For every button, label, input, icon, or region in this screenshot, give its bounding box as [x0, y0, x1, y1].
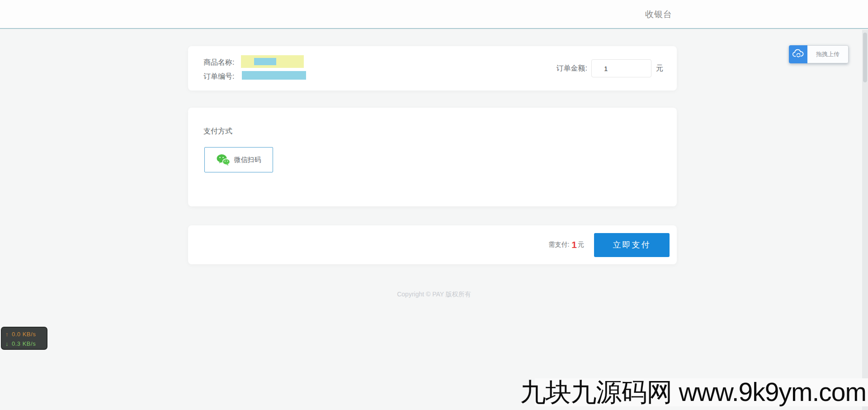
payment-methods-title: 支付方式 — [203, 127, 232, 136]
pay-due-amount: 1 — [571, 239, 577, 250]
order-amount-group: 订单金额: 元 — [557, 46, 663, 91]
pay-due-currency: 元 — [578, 241, 584, 249]
order-amount-input[interactable] — [591, 59, 651, 77]
drag-upload-widget[interactable]: 拖拽上传 — [789, 45, 849, 63]
drag-upload-label: 拖拽上传 — [807, 45, 849, 63]
product-name-redaction — [254, 58, 276, 65]
cloud-sync-icon — [793, 49, 804, 60]
product-name-label: 商品名称: — [203, 58, 234, 67]
download-arrow-icon: ↓ — [5, 339, 12, 348]
order-amount-label: 订单金额: — [557, 64, 587, 73]
page-title: 收银台 — [645, 0, 672, 29]
watermark-band: 九块九源码网 www.9k9ym.com — [535, 378, 868, 406]
currency-label: 元 — [656, 64, 663, 73]
download-speed-value: 0.3 KB/s — [12, 340, 36, 347]
payment-method-wechat-button[interactable]: 微信扫码 — [204, 147, 273, 172]
order-number-redaction — [242, 71, 306, 80]
footer-copyright: Copyright © PAY 版权所有 — [0, 291, 868, 299]
pay-now-button[interactable]: 立即支付 — [594, 233, 670, 257]
upload-speed-row: ↑0.0 KB/s — [5, 329, 47, 339]
checkout-bar-card: 需支付: 1 元 立即支付 — [188, 225, 677, 264]
checkout-bar-content: 需支付: 1 元 立即支付 — [548, 225, 670, 264]
header: 收银台 — [0, 0, 868, 29]
upload-icon-box — [789, 45, 807, 63]
payment-methods-card: 支付方式 微信扫码 — [188, 108, 677, 206]
payment-method-label: 微信扫码 — [234, 156, 261, 164]
product-name-redacted-highlight — [241, 55, 304, 68]
network-speed-monitor[interactable]: ↑0.0 KB/s ↓0.3 KB/s — [1, 327, 47, 350]
checkout-page: 收银台 商品名称: 订单编号: 订单金额: 元 支付方式 — [0, 0, 868, 410]
download-speed-row: ↓0.3 KB/s — [5, 339, 47, 348]
wechat-icon — [217, 154, 230, 166]
scrollbar-track[interactable] — [862, 30, 868, 410]
pay-due-label: 需支付: — [548, 241, 569, 249]
watermark-text: 九块九源码网 www.9k9ym.com — [520, 375, 868, 410]
scrollbar-thumb[interactable] — [863, 33, 867, 82]
upload-speed-value: 0.0 KB/s — [12, 331, 36, 338]
upload-arrow-icon: ↑ — [5, 329, 12, 339]
order-info-card: 商品名称: 订单编号: 订单金额: 元 — [188, 46, 677, 91]
order-number-label: 订单编号: — [203, 72, 234, 81]
